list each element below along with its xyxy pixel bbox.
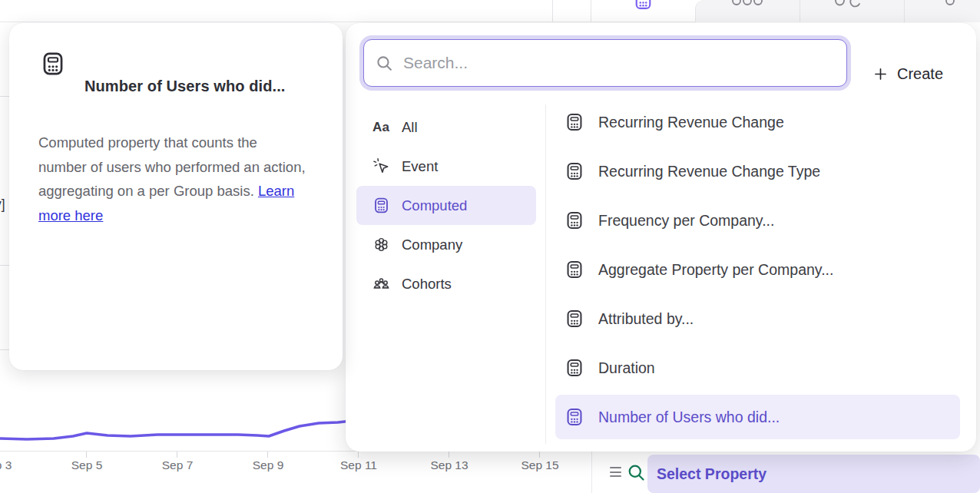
tooltip-description-line: number of users who performed an action, — [38, 155, 316, 180]
category-item-cohorts[interactable]: Cohorts — [356, 264, 536, 303]
calculator-icon — [564, 210, 584, 230]
category-item-event[interactable]: Event — [356, 147, 536, 186]
x-axis-tick — [177, 452, 177, 458]
property-results-list: Recurring Revenue Change Recurring Reven… — [555, 98, 960, 439]
x-axis-tick — [539, 452, 540, 458]
property-item[interactable]: Attributed by... — [555, 294, 960, 343]
property-item-selected[interactable]: Number of Users who did... — [555, 395, 960, 439]
x-axis-label: Sep 9 — [253, 458, 284, 472]
tab-divider — [800, 0, 800, 22]
tab-retention-curve-icon[interactable] — [833, 0, 861, 9]
x-axis-tick — [86, 452, 87, 458]
select-property-label: Select Property — [657, 465, 766, 483]
category-item-company[interactable]: Company — [356, 225, 536, 264]
cohorts-icon — [372, 275, 390, 293]
panel-divider — [591, 0, 591, 22]
tooltip-description: Computed property that counts the number… — [38, 131, 316, 227]
search-icon — [375, 54, 394, 73]
calculator-icon — [40, 51, 66, 77]
property-item[interactable]: Recurring Revenue Change Type — [555, 147, 960, 196]
drag-handle-icon[interactable] — [610, 467, 622, 480]
search-focus-ring — [359, 35, 851, 91]
property-item[interactable]: Duration — [555, 343, 960, 392]
property-item[interactable]: Aggregate Property per Company... — [555, 245, 960, 294]
calculator-icon — [564, 358, 584, 378]
metric-line-chart — [0, 412, 353, 452]
calculator-icon — [564, 260, 584, 280]
app-screen: Sep 3 Sep 5 Sep 7 Sep 9 Sep 11 Sep 13 Se… — [0, 0, 980, 493]
query-builder-divider — [591, 452, 592, 493]
list-divider — [545, 104, 546, 444]
text-format-icon: Aa — [372, 120, 390, 135]
x-axis-tick — [267, 452, 268, 458]
tab-divider — [904, 0, 905, 22]
panel-divider — [552, 0, 553, 22]
clipped-label-fragment: y] — [0, 197, 5, 213]
category-item-all[interactable]: Aa All — [356, 108, 536, 147]
tooltip-description-line: aggregating on a per Group basis. — [38, 183, 254, 199]
tab-computed-metric-icon[interactable] — [633, 0, 654, 11]
select-property-field[interactable]: Select Property — [647, 455, 980, 493]
category-item-computed[interactable]: Computed — [356, 186, 536, 225]
x-axis-tick — [449, 452, 449, 458]
x-axis-tick — [358, 452, 359, 458]
tooltip-title: Number of Users who did... — [84, 78, 286, 95]
x-axis-label: Sep 11 — [340, 458, 377, 472]
x-axis-label: Sep 15 — [521, 458, 558, 472]
category-list: Aa All Event Computed Company Cohorts — [356, 108, 536, 303]
tab-chart-type-icon[interactable] — [732, 0, 764, 8]
tab-misc-icon[interactable] — [945, 0, 956, 7]
company-icon — [372, 236, 390, 253]
search-input[interactable] — [403, 54, 836, 72]
calculator-icon — [564, 309, 584, 329]
search-field[interactable] — [363, 39, 847, 87]
calculator-icon — [372, 197, 390, 214]
create-button[interactable]: Create — [872, 58, 943, 89]
calculator-icon — [564, 161, 584, 181]
property-tooltip-card: Number of Users who did... Computed prop… — [9, 23, 343, 370]
plus-icon — [872, 66, 889, 82]
x-axis-label: Sep 7 — [162, 458, 194, 472]
x-axis-label: Sep 3 — [0, 458, 12, 472]
property-item[interactable]: Recurring Revenue Change — [555, 98, 960, 147]
property-item[interactable]: Frequency per Company... — [555, 196, 960, 245]
tooltip-description-line: Computed property that counts the — [38, 131, 316, 155]
calculator-icon — [564, 112, 584, 132]
x-axis-label: Sep 13 — [430, 458, 468, 472]
calculator-icon — [564, 407, 584, 427]
event-cursor-icon — [372, 157, 390, 175]
create-button-label: Create — [897, 65, 943, 83]
property-picker-panel: Create Aa All Event Computed Company Coh… — [346, 23, 976, 452]
x-axis-label: Sep 5 — [71, 458, 103, 472]
property-search-icon — [626, 462, 647, 483]
